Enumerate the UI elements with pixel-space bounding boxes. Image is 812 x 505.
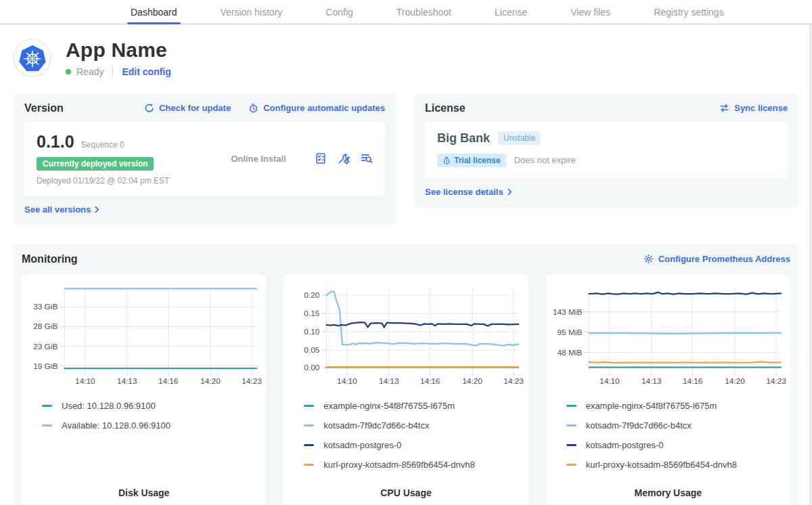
svg-text:14:23: 14:23: [766, 376, 786, 386]
series-line: [589, 361, 781, 363]
version-number-row: 0.1.0 Sequence 0: [37, 132, 202, 152]
svg-text:14:16: 14:16: [420, 376, 441, 386]
see-license-details-link[interactable]: See license details: [425, 187, 512, 197]
license-type-row: Trial license Does not expire: [437, 154, 775, 167]
legend-label: kotsadm-7f9dc7d66c-b4tcx: [323, 420, 429, 431]
status-dot: [66, 69, 71, 74]
svg-text:19 GiB: 19 GiB: [33, 361, 58, 370]
license-card-header: License Sync license: [425, 102, 788, 114]
license-panel: Big Bank Unstable Trial license Does not…: [425, 122, 788, 178]
memory-usage-plot: 48 MiB95 MiB143 MiB14:1014:1314:1614:201…: [550, 282, 786, 393]
app-header: App Name Ready Edit config: [14, 39, 798, 77]
preflight-checks-icon[interactable]: [315, 152, 327, 164]
tab-view-files[interactable]: View files: [567, 0, 614, 24]
legend-label: kurl-proxy-kotsadm-8569fb6454-dnvh8: [323, 460, 474, 470]
svg-text:14:20: 14:20: [200, 376, 221, 386]
legend-swatch: [42, 424, 52, 426]
svg-text:14:23: 14:23: [504, 376, 524, 386]
legend-item: kotsadm-7f9dc7d66c-b4tcx: [304, 420, 524, 431]
main-content: App Name Ready Edit config Version Check…: [0, 24, 812, 505]
version-number: 0.1.0: [37, 132, 74, 152]
legend-item: kotsadm-postgres-0: [304, 440, 524, 450]
license-card-title: License: [425, 102, 466, 114]
disk-usage-plot: 19 GiB23 GiB28 GiB33 GiB14:1014:1314:161…: [26, 282, 262, 393]
kots-dashboard-page: DashboardVersion historyConfigTroublesho…: [0, 0, 812, 505]
license-expiry: Does not expire: [514, 155, 576, 165]
legend-swatch: [566, 424, 577, 426]
series-line: [589, 332, 781, 333]
legend-swatch: [304, 405, 314, 407]
tab-registry-settings[interactable]: Registry settings: [650, 0, 727, 24]
configure-prometheus-link[interactable]: Configure Prometheus Address: [644, 254, 790, 264]
legend-item: Available: 10.128.0.96:9100: [42, 420, 262, 431]
svg-text:0.20: 0.20: [304, 290, 320, 300]
svg-text:0.05: 0.05: [304, 345, 320, 354]
svg-text:14:10: 14:10: [75, 376, 95, 386]
edit-config-link[interactable]: Edit config: [122, 66, 171, 77]
check-for-update-link[interactable]: Check for update: [144, 103, 231, 113]
svg-text:14:23: 14:23: [242, 376, 262, 386]
svg-text:23 GiB: 23 GiB: [33, 341, 58, 351]
tab-version-history[interactable]: Version history: [217, 0, 286, 24]
legend-swatch: [304, 424, 314, 426]
version-card: Version Check for update Configure autom…: [14, 93, 396, 225]
sync-license-link[interactable]: Sync license: [719, 103, 788, 113]
monitoring-header: Monitoring Configure Prometheus Address: [22, 253, 790, 265]
configure-automatic-updates-link[interactable]: Configure automatic updates: [248, 103, 385, 113]
svg-text:14:13: 14:13: [117, 376, 137, 386]
legend-item: kotsadm-7f9dc7d66c-b4tcx: [566, 420, 786, 431]
install-type: Online Install: [202, 154, 315, 164]
chart-title-memory-usage: Memory Usage: [550, 479, 786, 498]
tab-license[interactable]: License: [491, 0, 531, 24]
tab-dashboard[interactable]: Dashboard: [127, 0, 181, 24]
legend-swatch: [566, 405, 577, 407]
legend-label: kurl-proxy-kotsadm-8569fb6454-dnvh8: [586, 460, 737, 470]
legend-swatch: [566, 444, 577, 446]
cpu-usage-plot: 0.000.050.100.150.2014:1014:1314:1614:20…: [288, 282, 524, 393]
sync-icon: [719, 103, 729, 113]
svg-text:14:16: 14:16: [683, 376, 703, 386]
see-all-versions-link[interactable]: See all versions: [24, 204, 99, 215]
legend-item: Used: 10.128.0.96:9100: [42, 401, 262, 411]
legend-label: kotsadm-postgres-0: [586, 440, 664, 450]
svg-text:14:13: 14:13: [379, 376, 399, 386]
version-card-header: Version Check for update Configure autom…: [24, 102, 385, 114]
legend-item: kurl-proxy-kotsadm-8569fb6454-dnvh8: [566, 460, 786, 470]
svg-text:14:20: 14:20: [463, 376, 483, 386]
chevron-right-icon: [508, 188, 512, 196]
legend-item: kotsadm-postgres-0: [566, 440, 786, 450]
legend-label: kotsadm-7f9dc7d66c-b4tcx: [586, 420, 692, 431]
stopwatch-icon: [443, 156, 451, 164]
legend-swatch: [566, 464, 577, 466]
edit-config-icon[interactable]: [338, 152, 350, 164]
series-line: [589, 292, 781, 294]
legend-label: example-nginx-54f8f76755-l675m: [586, 401, 717, 411]
version-card-actions: Check for update Configure automatic upd…: [144, 103, 385, 113]
legend-label: kotsadm-postgres-0: [323, 440, 401, 450]
chevron-right-icon: [95, 206, 99, 213]
view-logs-icon[interactable]: [361, 152, 373, 164]
legend-swatch: [304, 444, 314, 446]
app-title-block: App Name Ready Edit config: [66, 39, 171, 77]
series-line: [327, 291, 519, 345]
license-type-badge: Trial license: [437, 154, 506, 167]
svg-text:14:13: 14:13: [641, 376, 662, 386]
svg-text:0.15: 0.15: [304, 309, 320, 318]
svg-text:95 MiB: 95 MiB: [557, 327, 582, 336]
svg-text:14:16: 14:16: [158, 376, 179, 386]
legend-item: example-nginx-54f8f76755-l675m: [566, 401, 786, 411]
svg-text:48 MiB: 48 MiB: [557, 347, 582, 357]
monitoring-title: Monitoring: [22, 253, 78, 265]
chart-card-cpu-usage: 0.000.050.100.150.2014:1014:1314:1614:20…: [284, 275, 528, 505]
tab-config[interactable]: Config: [322, 0, 356, 24]
legend-swatch: [42, 405, 52, 407]
license-name-row: Big Bank Unstable: [437, 131, 775, 146]
tab-troubleshoot[interactable]: Troubleshoot: [393, 0, 455, 24]
channel-badge: Unstable: [498, 131, 541, 145]
legend-item: example-nginx-54f8f76755-l675m: [304, 401, 524, 411]
svg-text:143 MiB: 143 MiB: [553, 307, 582, 316]
chart-title-disk-usage: Disk Usage: [26, 479, 262, 498]
app-status-row: Ready Edit config: [66, 66, 171, 77]
version-card-title: Version: [24, 102, 64, 114]
disk-usage-legend: Used: 10.128.0.96:9100Available: 10.128.…: [26, 401, 262, 440]
